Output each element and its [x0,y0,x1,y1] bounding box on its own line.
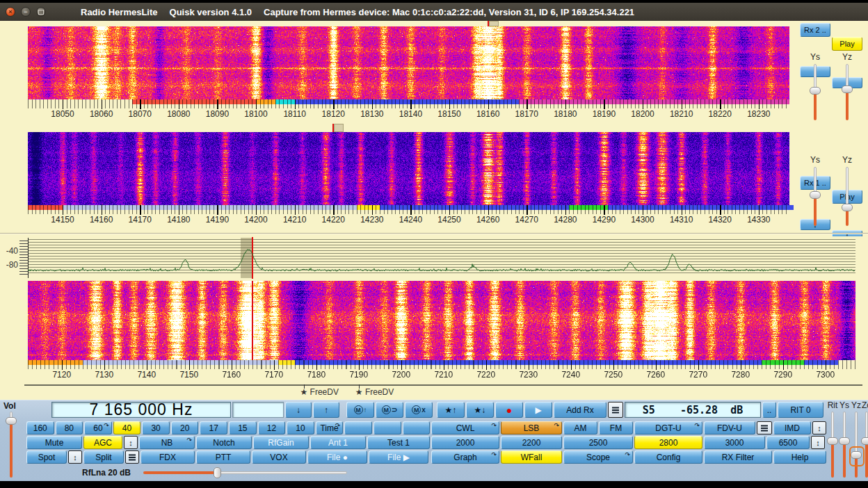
60-button[interactable]: 60↷ [84,421,112,434]
2500-button[interactable]: 2500 [563,436,633,449]
axis-label: 14240 [399,215,422,225]
blank-button[interactable] [344,421,372,434]
maximize-button[interactable] [36,7,46,17]
blank-button[interactable] [373,421,401,434]
list-button[interactable] [125,450,139,464]
rit-slider[interactable] [826,411,839,478]
time-button[interactable]: Time↷ [316,421,344,434]
15-button[interactable]: 15 [229,421,257,434]
6500-button[interactable]: 6500 [766,436,810,449]
cwl-button[interactable]: CWL↷ [431,421,499,434]
add-rx-button[interactable]: Add Rx [554,402,606,418]
slider-handle[interactable] [6,417,17,425]
frequency-scale-wf1[interactable]: 1805018060180701808018090181001811018120… [0,99,868,122]
30-button[interactable]: 30 [142,421,170,434]
rx-1-yz-slider[interactable] [841,166,853,227]
2200-button[interactable]: 2200 [501,436,562,449]
imd-button[interactable]: IMD [773,421,811,434]
config-button[interactable]: Config [634,450,702,464]
file-button[interactable]: File ● [307,450,367,464]
slider-handle[interactable] [861,437,868,445]
80-button[interactable]: 80 [56,421,83,434]
zo-slider[interactable] [860,411,868,478]
frequency-scale-wf3[interactable]: 7120713071407150716071707180719072007210… [0,360,868,382]
blank-button[interactable] [403,421,431,434]
rfgain-button[interactable]: RfGain [253,436,309,449]
list-button[interactable] [757,421,772,434]
frequency-scale-wf2[interactable]: 1415014160141701418014190142001421014220… [0,205,868,228]
slider-handle[interactable] [214,467,221,478]
waterfall-wf3[interactable] [28,281,855,360]
rx-2-play-button[interactable]: Play [832,37,862,51]
am-button[interactable]: AM [563,421,597,434]
slider-handle[interactable] [810,191,821,199]
fdv-u-button[interactable]: FDV-U [704,421,755,434]
waterfall-wf2[interactable] [28,132,789,205]
wfall-button[interactable]: WFall [501,450,562,464]
split-button[interactable]: Split [83,450,124,464]
rx-2-button[interactable]: Rx 2 .. [800,23,830,37]
12-button[interactable]: 12 [258,421,286,434]
graph-button[interactable]: Graph↷ [431,450,499,464]
spin-button[interactable]: ↕ [811,436,825,449]
spin-button[interactable]: ↕ [124,436,138,449]
spin-button[interactable]: ↕ [812,421,826,434]
nb-button[interactable]: NB↷ [139,436,195,449]
playback-button[interactable]: ▶ [524,402,552,418]
dgt-u-button[interactable]: DGT-U↷ [634,421,702,434]
favorite-save-button[interactable]: ★↑ [437,402,465,418]
rx-1-ys-slider[interactable] [809,166,821,227]
scope-button[interactable]: Scope↷ [563,450,633,464]
160-button[interactable]: 160 [26,421,54,434]
memory-next-button[interactable]: M⊃ [376,402,403,418]
slider-handle[interactable] [839,437,850,445]
slider-handle[interactable] [827,437,838,445]
notch-button[interactable]: Notch [196,436,252,449]
mute-button[interactable]: Mute [26,436,82,449]
cycle-arrow-icon: ↷ [335,422,341,429]
rx-2-yz-slider[interactable] [841,63,853,121]
tuning-filter-box-wf2 [334,124,344,132]
vox-button[interactable]: VOX [252,450,306,464]
2800-button[interactable]: 2800 [634,436,702,449]
record-button[interactable]: ● [495,402,523,418]
slider-handle[interactable] [842,86,853,93]
minimize-button[interactable]: − [21,7,31,17]
fm-button[interactable]: FM [599,421,633,434]
smeter-menu-button[interactable]: .. [762,402,776,418]
rflna-slider[interactable] [143,466,348,479]
rit-button[interactable]: RIT 0 [778,402,823,418]
ant-1-button[interactable]: Ant 1 [310,436,366,449]
2000-button[interactable]: 2000 [431,436,499,449]
test-1-button[interactable]: Test 1 [367,436,430,449]
favorite-popup-button[interactable]: ★↓ [466,402,494,418]
3000-button[interactable]: 3000 [704,436,765,449]
frequency-entry[interactable] [232,402,284,418]
tune-up-button[interactable]: ↑ [313,402,339,418]
file-button[interactable]: File ▶ [369,450,428,464]
rx-2-ys-slider[interactable] [809,63,821,121]
20-button[interactable]: 20 [171,421,199,434]
memory-delete-button[interactable]: Mx [405,402,433,418]
volume-slider[interactable] [5,411,17,478]
slider-handle[interactable] [810,87,821,95]
spin-button[interactable]: ↕ [68,450,82,464]
ptt-button[interactable]: PTT [196,450,250,464]
17-button[interactable]: 17 [200,421,227,434]
close-button[interactable]: × [6,7,15,17]
spot-button[interactable]: Spot [26,450,67,464]
waterfall-wf1[interactable] [28,26,789,99]
help-button[interactable]: Help [773,450,826,464]
spectrum-graph[interactable]: -40-80 [0,236,868,279]
slider-handle[interactable] [842,204,853,211]
ys-slider[interactable] [838,411,851,478]
band-list-button[interactable] [608,402,623,418]
agc-button[interactable]: AGC [83,436,122,449]
rx-filter-button[interactable]: RX Filter [704,450,772,464]
fdx-button[interactable]: FDX [140,450,195,464]
40-button[interactable]: 40 [113,421,141,434]
memory-save-button[interactable]: M↑ [346,402,374,418]
lsb-button[interactable]: LSB↷ [501,421,562,434]
tune-down-button[interactable]: ↓ [285,402,312,418]
10-button[interactable]: 10 [287,421,314,434]
